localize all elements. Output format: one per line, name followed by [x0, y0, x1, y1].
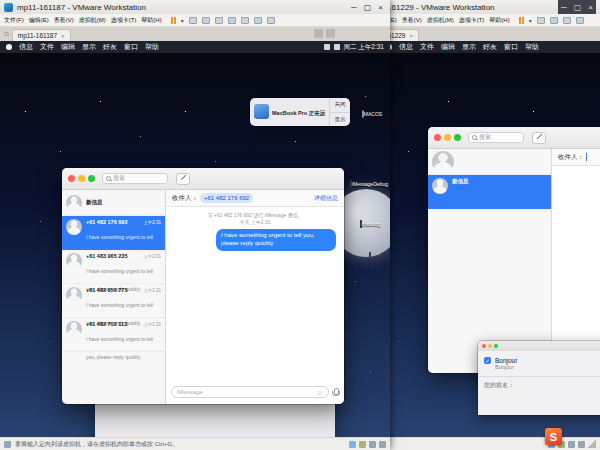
details-link[interactable]: 详细信息: [314, 194, 338, 203]
conversation-list-item[interactable]: +61 482 702 113 上午2:31 I have something …: [62, 318, 165, 352]
menu-edit[interactable]: 编辑(E): [29, 16, 49, 25]
chevron-down-icon[interactable]: ▾: [181, 17, 184, 24]
desktop-icon-showlog[interactable]: showlog: [352, 221, 388, 227]
search-input[interactable]: 搜索: [102, 173, 168, 184]
close-window-icon[interactable]: [68, 175, 75, 182]
menu-help[interactable]: 帮助(H): [141, 16, 161, 25]
microphone-icon[interactable]: [332, 388, 339, 397]
tab-close-icon[interactable]: ×: [61, 33, 65, 39]
home-tab-icon[interactable]: ⌂: [4, 30, 9, 38]
tab-close-icon[interactable]: ×: [409, 33, 413, 39]
menu-vm[interactable]: 虚拟机(M): [427, 16, 454, 25]
minimize-button[interactable]: ─: [351, 3, 357, 12]
toolbar-icon[interactable]: [563, 17, 571, 24]
maximize-button[interactable]: ▢: [364, 3, 372, 12]
desktop-icon-extra[interactable]: [352, 253, 388, 259]
resize-grip[interactable]: [588, 440, 596, 448]
toolbar-icon[interactable]: [576, 17, 584, 24]
conversation-list-item[interactable]: +61 482 050 775 上午2:31 I have something …: [62, 284, 165, 318]
account-item-bonjour[interactable]: ✓ Bonjour Bonjour: [478, 351, 600, 374]
recipient-token[interactable]: +61 482 176 692: [200, 193, 253, 203]
compose-button[interactable]: [176, 173, 190, 185]
search-icon: [106, 176, 111, 181]
toolbar-icon[interactable]: [267, 17, 275, 24]
menu-view[interactable]: 查看(V): [54, 16, 74, 25]
zoom-window-icon[interactable]: [494, 344, 498, 348]
minimize-window-icon[interactable]: [444, 134, 451, 141]
minimize-window-icon[interactable]: [488, 344, 492, 348]
macos-menu-view[interactable]: 显示: [462, 42, 476, 52]
close-button[interactable]: ×: [378, 3, 383, 12]
conversation-list-item[interactable]: 新信息: [62, 190, 165, 216]
menu-file[interactable]: 文件(F): [4, 16, 24, 25]
desktop-icon-macos-disk[interactable]: MACOS: [354, 111, 390, 117]
toolbar-icon[interactable]: [202, 17, 210, 24]
toolbar-icon[interactable]: [537, 17, 545, 24]
menu-view[interactable]: 查看(V): [402, 16, 422, 25]
macos-menu-file[interactable]: 文件: [40, 42, 54, 52]
zoom-window-icon[interactable]: [88, 175, 95, 182]
menu-tabs[interactable]: 选项卡(T): [459, 16, 485, 25]
desktop-icon-imessagedebug[interactable]: iMessageDebug: [350, 181, 386, 187]
minimize-window-icon[interactable]: [78, 175, 85, 182]
suspend-vm-icon[interactable]: [519, 17, 524, 24]
sound-status-icon[interactable]: [568, 441, 575, 448]
checkbox-icon[interactable]: ✓: [484, 357, 491, 364]
toolbar-icon[interactable]: [241, 17, 249, 24]
usb-status-icon[interactable]: [578, 441, 585, 448]
suspend-vm-icon[interactable]: [171, 17, 176, 24]
toolbar-icon[interactable]: [550, 17, 558, 24]
search-input[interactable]: 搜索: [468, 132, 524, 143]
conversation-list-item[interactable]: +61 483 965 235 上午2:31 I have something …: [62, 250, 165, 284]
macos-menu-file[interactable]: 文件: [420, 42, 434, 52]
menu-vm[interactable]: 虚拟机(M): [79, 16, 106, 25]
menu-help[interactable]: 帮助(H): [489, 16, 509, 25]
menu-tabs[interactable]: 选项卡(T): [111, 16, 137, 25]
sogou-input-icon[interactable]: S: [545, 428, 562, 445]
toolbar-icon[interactable]: [215, 17, 223, 24]
notification-show-button[interactable]: 显示: [330, 113, 350, 127]
tabbar-layout-icons[interactable]: [314, 29, 335, 38]
macos-menu-view[interactable]: 显示: [82, 42, 96, 52]
close-window-icon[interactable]: [434, 134, 441, 141]
macos-menu-window[interactable]: 窗口: [504, 42, 518, 52]
apple-menu-icon[interactable]: [6, 44, 12, 50]
hdd-status-icon[interactable]: [349, 441, 356, 448]
macos-menu-window[interactable]: 窗口: [124, 42, 138, 52]
notification-close-button[interactable]: 关闭: [330, 98, 350, 113]
macos-menu-messages[interactable]: 信息: [19, 42, 33, 52]
message-input[interactable]: iMessage ☺: [171, 386, 329, 398]
menubar-clock[interactable]: 周二 上午2:31: [344, 43, 384, 52]
chevron-down-icon[interactable]: ▾: [529, 17, 532, 24]
volume-icon[interactable]: [334, 44, 340, 50]
compose-button[interactable]: [532, 132, 546, 144]
recipient-row[interactable]: 收件人： +61 482 176 692 详细信息: [166, 190, 344, 207]
conversation-list-item[interactable]: 新信息: [428, 175, 551, 209]
emoji-icon[interactable]: ☺: [316, 389, 323, 396]
toolbar-icon[interactable]: [228, 17, 236, 24]
toolbar-icon[interactable]: [189, 17, 197, 24]
accounts-panel: ✓ Bonjour Bonjour 您的姓名：: [478, 341, 600, 415]
vm-tab[interactable]: mp11-161187 ×: [12, 29, 71, 41]
minimize-button[interactable]: ─: [561, 3, 567, 12]
conversation-list-item[interactable]: +61 482 176 692 上午2:31 I have something …: [62, 216, 165, 250]
recipient-row[interactable]: 收件人：: [552, 149, 600, 166]
toolbar-icon[interactable]: [254, 17, 262, 24]
notification-banner[interactable]: MacBook Pro 正在运行 macOS Sierra 现在可以在 Find…: [250, 98, 350, 126]
close-button[interactable]: ×: [588, 3, 593, 12]
usb-status-icon[interactable]: [379, 441, 386, 448]
macos-menu-edit[interactable]: 编辑: [61, 42, 75, 52]
macos-menu-help[interactable]: 帮助: [145, 42, 159, 52]
macos-menu-buddies[interactable]: 好友: [483, 42, 497, 52]
network-status-icon[interactable]: [359, 441, 366, 448]
macos-menu-help[interactable]: 帮助: [525, 42, 539, 52]
new-message-draft-row[interactable]: [428, 149, 551, 175]
close-window-icon[interactable]: [482, 344, 486, 348]
macos-menu-buddies[interactable]: 好友: [103, 42, 117, 52]
macos-menu-edit[interactable]: 编辑: [441, 42, 455, 52]
sound-status-icon[interactable]: [369, 441, 376, 448]
input-method-icon[interactable]: [324, 44, 330, 50]
zoom-window-icon[interactable]: [454, 134, 461, 141]
macos-menu-messages[interactable]: 信息: [399, 42, 413, 52]
maximize-button[interactable]: ▢: [574, 3, 582, 12]
